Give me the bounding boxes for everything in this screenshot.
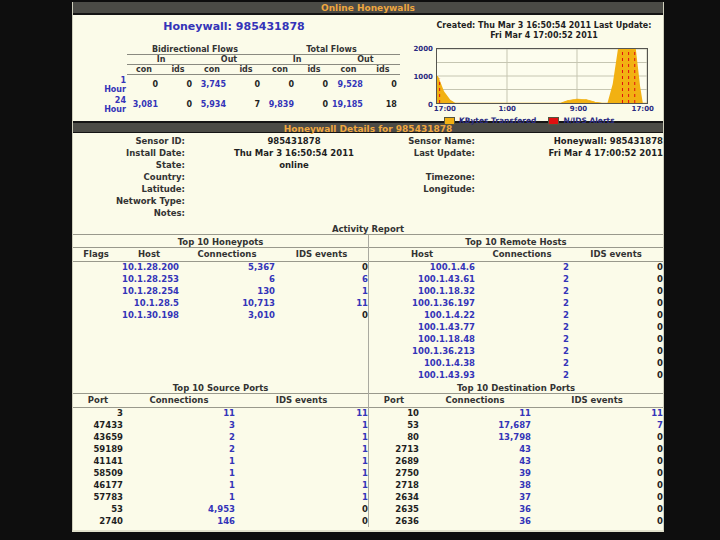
flow-con-link[interactable]: 0 xyxy=(127,75,161,95)
ids-events-link[interactable]: 0 xyxy=(569,321,663,333)
connections-link[interactable]: 2 xyxy=(123,431,235,443)
ids-events-link[interactable]: 0 xyxy=(569,369,663,381)
ids-events-link[interactable]: 1 xyxy=(235,443,368,455)
ids-events-link[interactable]: 0 xyxy=(275,261,368,273)
nids-swatch-icon xyxy=(548,117,559,125)
ids-events-link[interactable]: 0 xyxy=(531,479,663,491)
host-link[interactable]: 100.1.18.32 xyxy=(369,285,475,297)
connections-link[interactable]: 3 xyxy=(123,419,235,431)
host-link[interactable]: 100.1.4.6 xyxy=(369,261,475,273)
ids-events-link[interactable]: 11 xyxy=(531,407,663,419)
host-link[interactable]: 100.1.4.38 xyxy=(369,357,475,369)
ids-events-link[interactable]: 0 xyxy=(569,345,663,357)
connections-link[interactable]: 2 xyxy=(475,285,569,297)
ids-events-link[interactable]: 0 xyxy=(531,467,663,479)
connections-link[interactable]: 2 xyxy=(475,345,569,357)
connections-link[interactable]: 1 xyxy=(123,479,235,491)
connections-link[interactable]: 130 xyxy=(179,285,275,297)
connections-link[interactable]: 6 xyxy=(179,273,275,285)
connections-link[interactable]: 2 xyxy=(475,369,569,381)
connections-link[interactable]: 37 xyxy=(419,491,531,503)
table-row: Install Date:Thu Mar 3 16:50:54 2011Last… xyxy=(73,147,663,159)
host-link[interactable]: 100.1.18.48 xyxy=(369,333,475,345)
connections-link[interactable]: 2 xyxy=(475,273,569,285)
host-link[interactable]: 10.1.28.200 xyxy=(119,261,179,273)
connections-link[interactable]: 4,953 xyxy=(123,503,235,515)
ids-events-link[interactable]: 1 xyxy=(275,285,368,297)
ids-events-link[interactable]: 1 xyxy=(235,419,368,431)
port-cell: 47433 xyxy=(73,419,123,431)
honeywall-link[interactable]: Honeywall: 985431878 xyxy=(73,20,395,45)
ids-events-link[interactable]: 0 xyxy=(531,503,663,515)
connections-link[interactable]: 1 xyxy=(123,455,235,467)
ids-events-link[interactable]: 6 xyxy=(275,273,368,285)
ids-events-link[interactable]: 0 xyxy=(569,309,663,321)
connections-link[interactable]: 2 xyxy=(475,321,569,333)
connections-link[interactable]: 2 xyxy=(475,297,569,309)
ids-events-link[interactable]: 0 xyxy=(569,273,663,285)
connections-link[interactable]: 43 xyxy=(419,455,531,467)
ids-events-link[interactable]: 11 xyxy=(235,407,368,419)
connections-link[interactable]: 36 xyxy=(419,515,531,527)
ids-events-link[interactable]: 0 xyxy=(531,443,663,455)
connections-link[interactable]: 3,010 xyxy=(179,309,275,321)
connections-link[interactable]: 2 xyxy=(475,357,569,369)
flow-con-link[interactable]: 0 xyxy=(263,75,297,95)
ids-events-link[interactable]: 1 xyxy=(235,479,368,491)
host-link[interactable]: 100.1.43.77 xyxy=(369,321,475,333)
ids-events-link[interactable]: 0 xyxy=(531,431,663,443)
ids-events-link[interactable]: 0 xyxy=(531,455,663,467)
summary-header: Honeywall: 985431878 Created: Thu Mar 3 … xyxy=(73,15,663,45)
connections-link[interactable]: 2 xyxy=(475,333,569,345)
connections-link[interactable]: 2 xyxy=(123,443,235,455)
ids-events-link[interactable]: 0 xyxy=(569,285,663,297)
flow-period-link[interactable]: 24 Hour xyxy=(97,95,127,115)
ids-events-link[interactable]: 0 xyxy=(235,515,368,527)
ids-events-link[interactable]: 0 xyxy=(569,297,663,309)
ids-events-link[interactable]: 0 xyxy=(569,357,663,369)
host-link[interactable]: 100.1.43.61 xyxy=(369,273,475,285)
ids-events-link[interactable]: 0 xyxy=(569,333,663,345)
connections-link[interactable]: 13,798 xyxy=(419,431,531,443)
connections-link[interactable]: 5,367 xyxy=(179,261,275,273)
flow-con-link[interactable]: 5,934 xyxy=(195,95,229,115)
host-link[interactable]: 100.1.43.93 xyxy=(369,369,475,381)
host-link[interactable]: 100.1.4.22 xyxy=(369,309,475,321)
connections-link[interactable]: 39 xyxy=(419,467,531,479)
ids-events-link[interactable]: 7 xyxy=(531,419,663,431)
connections-link[interactable]: 2 xyxy=(475,261,569,273)
connections-link[interactable]: 2 xyxy=(475,309,569,321)
flow-con-link[interactable]: 3,081 xyxy=(127,95,161,115)
host-link[interactable]: 10.1.28.5 xyxy=(119,297,179,309)
connections-link[interactable]: 1 xyxy=(123,467,235,479)
connections-link[interactable]: 36 xyxy=(419,503,531,515)
ids-events-link[interactable]: 0 xyxy=(531,491,663,503)
connections-link[interactable]: 38 xyxy=(419,479,531,491)
connections-link[interactable]: 11 xyxy=(123,407,235,419)
host-link[interactable]: 10.1.28.254 xyxy=(119,285,179,297)
host-link[interactable]: 100.1.36.213 xyxy=(369,345,475,357)
connections-link[interactable]: 43 xyxy=(419,443,531,455)
ids-events-link[interactable]: 1 xyxy=(235,455,368,467)
connections-link[interactable]: 17,687 xyxy=(419,419,531,431)
ids-events-link[interactable]: 0 xyxy=(531,515,663,527)
flow-period-link[interactable]: 1 Hour xyxy=(97,75,127,95)
ids-events-link[interactable]: 1 xyxy=(235,491,368,503)
flow-con-link[interactable]: 19,185 xyxy=(331,95,366,115)
host-link[interactable]: 10.1.30.198 xyxy=(119,309,179,321)
flow-con-link[interactable]: 3,745 xyxy=(195,75,229,95)
ids-events-link[interactable]: 0 xyxy=(275,309,368,321)
host-link[interactable]: 10.1.28.253 xyxy=(119,273,179,285)
ids-events-link[interactable]: 0 xyxy=(235,503,368,515)
host-link[interactable]: 100.1.36.197 xyxy=(369,297,475,309)
connections-link[interactable]: 11 xyxy=(419,407,531,419)
ids-events-link[interactable]: 0 xyxy=(569,261,663,273)
ids-events-link[interactable]: 1 xyxy=(235,431,368,443)
ids-events-link[interactable]: 11 xyxy=(275,297,368,309)
flow-con-link[interactable]: 9,839 xyxy=(263,95,297,115)
ids-events-link[interactable]: 1 xyxy=(235,467,368,479)
connections-link[interactable]: 146 xyxy=(123,515,235,527)
flow-con-link[interactable]: 9,528 xyxy=(331,75,366,95)
connections-link[interactable]: 1 xyxy=(123,491,235,503)
connections-link[interactable]: 10,713 xyxy=(179,297,275,309)
